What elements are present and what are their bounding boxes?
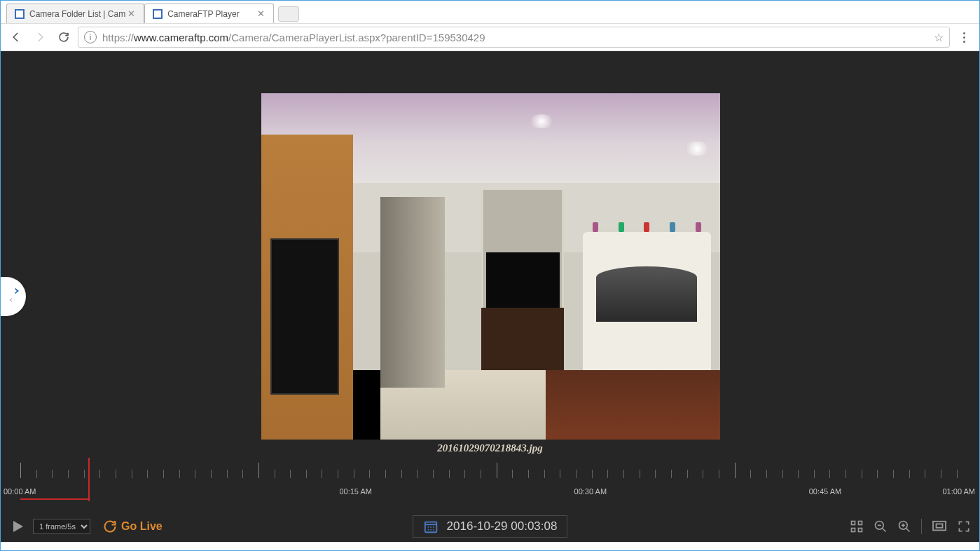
go-live-label: Go Live xyxy=(121,520,163,533)
tab-cameraftp-player[interactable]: CameraFTP Player ✕ xyxy=(144,4,274,23)
datetime-text: 2016-10-29 00:03:08 xyxy=(447,519,558,533)
timeline-labels: 00:00 AM 00:15 AM 00:30 AM 00:45 AM 01:0… xyxy=(1,487,979,496)
svg-rect-6 xyxy=(16,11,23,18)
grid-view-icon[interactable] xyxy=(850,519,864,533)
address-row: i https://www.cameraftp.com/Camera/Camer… xyxy=(1,23,979,51)
svg-point-16 xyxy=(432,529,434,531)
zoom-in-icon[interactable] xyxy=(897,519,911,533)
svg-rect-28 xyxy=(933,522,946,531)
svg-point-15 xyxy=(430,529,432,531)
camera-frame xyxy=(261,93,720,440)
svg-point-11 xyxy=(427,526,429,528)
play-button[interactable] xyxy=(9,518,26,535)
camera-image xyxy=(261,93,720,440)
fullscreen-icon[interactable] xyxy=(957,519,971,533)
svg-rect-8 xyxy=(154,11,161,18)
svg-line-22 xyxy=(883,529,886,532)
timeline-ticks xyxy=(20,461,972,479)
tabs-row: Camera Folder List | Cam ✕ CameraFTP Pla… xyxy=(1,2,979,23)
svg-point-14 xyxy=(427,529,429,531)
address-bar[interactable]: i https://www.cameraftp.com/Camera/Camer… xyxy=(78,27,950,48)
svg-point-13 xyxy=(432,526,434,528)
bookmark-star-icon[interactable]: ☆ xyxy=(934,31,944,44)
datetime-picker[interactable]: 2016-10-29 00:03:08 xyxy=(413,515,568,538)
svg-rect-19 xyxy=(852,529,855,532)
browser-menu-button[interactable] xyxy=(954,32,974,43)
svg-point-12 xyxy=(430,526,432,528)
timeline[interactable]: 00:00 AM 00:15 AM 00:30 AM 00:45 AM 01:0… xyxy=(1,458,979,507)
svg-rect-20 xyxy=(859,529,862,532)
tab-close-icon[interactable]: ✕ xyxy=(255,8,266,19)
tab-camera-folder-list[interactable]: Camera Folder List | Cam ✕ xyxy=(6,4,144,23)
new-tab-button[interactable] xyxy=(278,6,299,22)
frame-filename: 20161029070218843.jpg xyxy=(1,442,979,454)
svg-rect-17 xyxy=(852,522,855,525)
calendar-icon xyxy=(423,519,439,534)
go-live-button[interactable]: Go Live xyxy=(103,519,163,533)
tab-title: CameraFTP Player xyxy=(167,9,255,19)
playback-speed-select[interactable]: 1 frame/5s xyxy=(33,519,90,534)
player-viewport: 20161029070218843.jpg 00:00 AM 00:15 AM … xyxy=(1,51,979,542)
tab-close-icon[interactable]: ✕ xyxy=(125,8,137,19)
player-controls: 1 frame/5s Go Live 2016-10-29 00:03:08 xyxy=(1,511,979,542)
reload-button[interactable] xyxy=(54,27,74,47)
favicon-icon xyxy=(14,8,25,20)
zoom-out-icon[interactable] xyxy=(874,519,888,533)
svg-rect-18 xyxy=(859,522,862,525)
tab-title: Camera Folder List | Cam xyxy=(29,9,125,19)
url-text: https://www.cameraftp.com/Camera/CameraP… xyxy=(102,32,934,43)
separator xyxy=(921,519,922,534)
back-button[interactable] xyxy=(6,27,26,47)
fit-screen-icon[interactable] xyxy=(932,520,947,533)
favicon-icon xyxy=(152,8,163,20)
svg-rect-29 xyxy=(937,524,943,527)
svg-line-25 xyxy=(906,529,910,532)
site-info-icon[interactable]: i xyxy=(84,31,97,43)
sidebar-expand-button[interactable] xyxy=(1,277,26,316)
forward-button[interactable] xyxy=(30,27,50,47)
